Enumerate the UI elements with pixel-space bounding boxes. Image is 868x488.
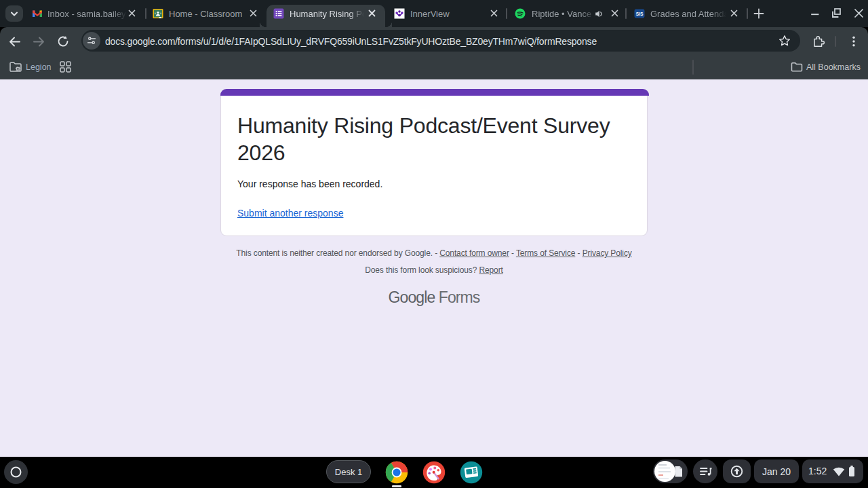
svg-text:SIS: SIS [636, 11, 644, 16]
